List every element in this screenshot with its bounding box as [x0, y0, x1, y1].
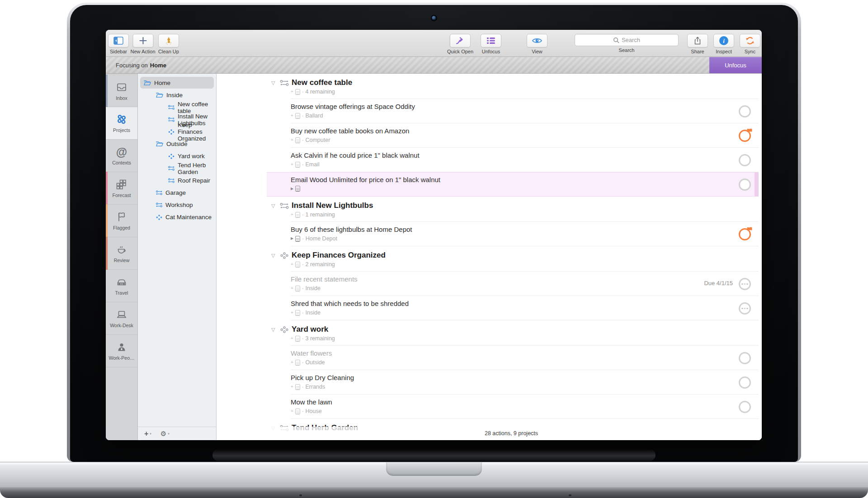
disclosure-triangle-icon[interactable]: ▽ — [271, 203, 277, 209]
task-row[interactable]: Mow the lawn + · House — [217, 395, 762, 419]
unfocus-banner-button[interactable]: Unfocus — [709, 57, 762, 73]
add-note-icon[interactable]: + — [291, 162, 293, 167]
add-note-icon[interactable]: + — [291, 212, 293, 217]
sidebar-button[interactable]: Sidebar — [108, 34, 129, 54]
status-circle[interactable] — [739, 154, 751, 166]
add-note-icon[interactable]: + — [291, 113, 293, 118]
rail-item-work-people[interactable]: Work-Peo… — [106, 335, 137, 367]
add-note-icon[interactable]: + — [291, 138, 293, 142]
share-button[interactable]: Share — [687, 34, 708, 54]
eye-icon — [532, 37, 542, 44]
status-circle[interactable] — [739, 376, 751, 389]
sequential-project-icon — [168, 117, 175, 122]
status-circle-repeat[interactable] — [739, 302, 751, 315]
add-item-button[interactable]: + ▾ — [144, 430, 151, 437]
sequential-project-icon — [156, 202, 162, 207]
section-header-new-coffee-table[interactable]: ▽ N — [217, 74, 762, 99]
tree-item-inside[interactable]: Inside — [138, 89, 216, 101]
tree-item-new-coffee-table[interactable]: New coffee table — [138, 101, 216, 113]
ellipsis-dot — [746, 308, 748, 310]
tree-item-home[interactable]: Home — [138, 77, 216, 89]
tree-item-outside[interactable]: Outside — [138, 138, 216, 150]
unfocus-toolbar-button[interactable]: Unfocus — [481, 34, 501, 54]
tree-item-roof-repair[interactable]: Roof Repair — [138, 174, 216, 187]
rail-item-flagged[interactable]: Flagged — [106, 205, 137, 237]
rail-item-work-desk[interactable]: Work-Desk — [106, 302, 137, 335]
section-header-install-new-lightbulbs[interactable]: ▽ I — [217, 197, 762, 222]
task-row[interactable]: Pick up Dry Cleaning + · Errands — [217, 370, 762, 395]
add-note-icon[interactable]: + — [291, 310, 293, 315]
view-button[interactable]: View — [527, 34, 547, 54]
add-note-icon[interactable]: + — [291, 262, 293, 267]
status-circle[interactable] — [739, 401, 751, 413]
search-input[interactable]: Search — [575, 34, 679, 46]
section-header-yard-work[interactable]: ▽ Yard work + — [217, 320, 762, 346]
task-row-selected[interactable]: Email Wood Unlimited for price on 1" bla… — [217, 172, 762, 197]
task-row[interactable]: Ask Calvin if he could price 1" black wa… — [217, 148, 762, 172]
sequential-project-icon — [280, 202, 289, 209]
tree-item-cat-maintenance[interactable]: Cat Maintenance — [138, 211, 216, 223]
note-icon — [295, 162, 300, 168]
task-context: · Ballard — [302, 113, 323, 119]
tree-item-yard-work[interactable]: Yard work — [138, 150, 216, 162]
task-row[interactable]: Buy new coffee table books on Amazon + ·… — [217, 123, 762, 148]
add-note-icon[interactable]: + — [291, 89, 293, 94]
person-icon — [116, 341, 127, 353]
tree-item-keep-finances-organized[interactable]: Keep Finances Organized — [138, 126, 216, 138]
actions-menu-button[interactable]: ⚙ ▾ — [160, 430, 170, 437]
rail-item-projects[interactable]: Projects — [106, 107, 137, 140]
rail-item-forecast[interactable]: Forecast — [106, 172, 137, 205]
tree-item-tend-herb-garden[interactable]: Tend Herb Garden — [138, 162, 216, 174]
clean-up-button[interactable]: Clean Up — [158, 34, 179, 54]
rail-item-review[interactable]: Review — [106, 237, 137, 270]
inspect-button[interactable]: i Inspect — [713, 34, 734, 54]
status-circle-flagged[interactable] — [739, 130, 751, 142]
status-circle-flagged[interactable] — [739, 228, 751, 240]
omnifocus-window: Sidebar New Action — [106, 30, 762, 440]
macbook-screen: Sidebar New Action — [67, 3, 801, 462]
projects-icon — [116, 113, 127, 125]
status-circle-repeat[interactable] — [739, 278, 751, 290]
task-row[interactable]: Buy 6 of these lightbulbs at Home Depot … — [217, 222, 762, 246]
section-summary: · 3 remaining — [302, 335, 335, 342]
add-note-icon[interactable]: + — [291, 409, 293, 413]
note-disclosure-icon[interactable]: ▶ — [291, 237, 293, 240]
task-row[interactable]: Shred that which needs to be shredded + … — [217, 296, 762, 320]
task-row[interactable]: Water flowers + · Outside — [217, 346, 762, 370]
rail-item-contexts[interactable]: @ Contexts — [106, 140, 137, 172]
note-icon — [295, 384, 300, 390]
tree-item-garage[interactable]: Garage — [138, 187, 216, 199]
status-circle[interactable] — [739, 105, 751, 117]
disclosure-triangle-icon[interactable]: ▽ — [271, 80, 277, 86]
task-row[interactable]: File recent statements + · Inside Due 4/… — [217, 272, 762, 296]
due-date: Due 4/1/15 — [704, 280, 733, 287]
note-disclosure-icon[interactable]: ▶ — [291, 187, 293, 191]
section-summary: · 4 remaining — [302, 89, 335, 95]
ellipsis-dot — [744, 283, 746, 285]
ellipsis-dot — [744, 308, 746, 310]
info-icon: i — [719, 36, 729, 46]
new-action-button[interactable]: New Action — [130, 34, 155, 54]
status-circle[interactable] — [739, 352, 751, 364]
sidebar-icon — [113, 37, 123, 45]
add-note-icon[interactable]: + — [291, 385, 293, 389]
quick-open-button[interactable]: Quick Open — [447, 34, 473, 54]
tree-item-workshop[interactable]: Workshop — [138, 199, 216, 211]
project-tree: Home Inside — [138, 74, 217, 440]
section-header-keep-finances-organized[interactable]: ▽ Keep Finances Organized + — [217, 246, 762, 272]
disclosure-triangle-icon[interactable]: ▽ — [271, 253, 277, 258]
rail-item-travel[interactable]: Travel — [106, 270, 137, 302]
forecast-icon — [116, 179, 127, 190]
task-context: · Inside — [302, 310, 321, 316]
perspective-rail: Inbox Projects @ — [106, 74, 138, 440]
disclosure-triangle-icon[interactable]: ▽ — [271, 327, 277, 333]
sync-button[interactable]: Sync — [740, 34, 760, 54]
task-row[interactable]: Browse vintage offerings at Space Oddity… — [217, 99, 762, 123]
status-circle[interactable] — [739, 179, 751, 191]
rail-item-inbox[interactable]: Inbox — [106, 75, 137, 107]
sequential-project-icon — [168, 166, 175, 171]
add-note-icon[interactable]: + — [291, 336, 293, 341]
sequential-project-icon — [168, 178, 175, 183]
add-note-icon[interactable]: + — [291, 360, 293, 365]
add-note-icon[interactable]: + — [291, 286, 293, 291]
